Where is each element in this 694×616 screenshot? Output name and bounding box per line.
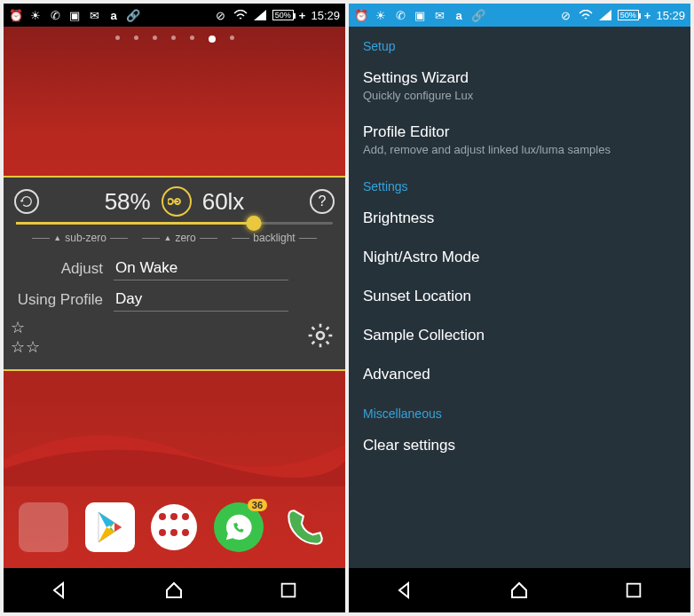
brightness-slider[interactable] [16,222,333,225]
link-toggle-icon[interactable] [162,186,192,217]
blocked-icon: ⊘ [559,8,573,22]
screenshot-icon: ▣ [413,8,427,22]
dock: 36 [4,494,345,561]
right-screenshot: ⏰ ☀ ✆ ▣ ✉ a 🔗 ⊘ 50% + 15:29 Setup Settin… [349,4,690,612]
stars-icon[interactable]: ☆☆ ☆ [11,318,38,357]
back-button[interactable] [48,578,73,603]
refresh-icon[interactable] [14,189,39,214]
pager-indicator[interactable] [4,27,345,51]
mail-icon: ✉ [432,8,446,22]
item-brightness[interactable]: Brightness [349,199,690,238]
phone-app-icon[interactable] [280,502,330,552]
google-folder[interactable] [19,502,68,552]
section-settings: Settings [349,167,690,199]
home-button[interactable] [507,578,532,603]
item-sunset-location[interactable]: Sunset Location [349,277,690,316]
item-night-astro[interactable]: Night/Astro Mode [349,238,690,277]
blocked-icon: ⊘ [214,8,228,22]
profile-label: Using Profile [14,291,103,309]
play-store-icon[interactable] [85,502,135,552]
item-clear-settings[interactable]: Clear settings [349,426,690,465]
lux-value: 60lx [202,188,245,216]
status-time: 15:29 [656,9,685,22]
lux-settings-screen[interactable]: Setup Settings Wizard Quickly configure … [349,27,690,568]
amazon-icon: a [106,8,121,22]
brightness-value: 58% [105,188,151,216]
item-sample-collection[interactable]: Sample Collection [349,316,690,355]
item-advanced[interactable]: Advanced [349,355,690,394]
signal-icon [598,8,612,22]
nav-bar [4,568,345,612]
app-drawer-icon[interactable] [151,504,197,550]
link-icon: 🔗 [471,8,485,22]
item-settings-wizard[interactable]: Settings Wizard Quickly configure Lux [349,59,690,113]
svg-rect-1 [281,584,295,597]
back-button[interactable] [393,578,418,603]
adjust-dropdown[interactable]: On Wake [114,257,288,280]
link-icon: 🔗 [126,8,140,22]
status-bar: ⏰ ☀ ✆ ▣ ✉ a 🔗 ⊘ 50% + 15:29 [4,4,345,27]
status-bar: ⏰ ☀ ✆ ▣ ✉ a 🔗 ⊘ 50% + 15:29 [349,4,690,27]
left-screenshot: ⏰ ☀ ✆ ▣ ✉ a 🔗 ⊘ 50% + 15:29 58% [4,4,345,612]
section-misc: Miscellaneous [349,394,690,426]
battery-charging-icon: + [299,9,306,22]
amazon-icon: a [452,8,466,22]
wifi-icon [233,8,248,22]
whatsapp-badge: 36 [248,499,267,511]
slider-labels: ▲sub-zero ▲zero backlight [16,232,333,244]
alarm-icon: ⏰ [9,8,23,22]
screenshot-icon: ▣ [67,8,82,22]
home-screen[interactable]: 58% 60lx ? ▲sub-zero ▲zero backlight [4,27,345,568]
profile-dropdown[interactable]: Day [114,288,288,312]
alarm-icon: ⏰ [354,8,368,22]
recent-button[interactable] [621,578,646,603]
svg-rect-2 [627,584,640,597]
brightness-icon: ☀ [28,8,43,22]
battery-charging-icon: + [644,9,651,22]
adjust-label: Adjust [14,260,103,278]
whatsapp-app-icon[interactable]: 36 [214,502,264,552]
battery-icon: 50% [272,10,294,20]
gear-icon[interactable] [306,321,335,353]
section-setup: Setup [349,27,690,59]
whatsapp-icon: ✆ [393,8,407,22]
wallpaper-wave [4,415,345,486]
signal-icon [253,8,267,22]
lux-widget: 58% 60lx ? ▲sub-zero ▲zero backlight [4,176,345,371]
brightness-icon: ☀ [374,8,388,22]
svg-point-0 [317,332,324,339]
mail-icon: ✉ [87,8,101,22]
status-time: 15:29 [311,9,340,22]
help-icon[interactable]: ? [310,189,335,214]
item-profile-editor[interactable]: Profile Editor Add, remove and adjust li… [349,113,690,167]
wifi-icon [579,8,593,22]
whatsapp-icon: ✆ [48,8,62,22]
recent-button[interactable] [276,578,301,603]
battery-icon: 50% [618,10,639,20]
home-button[interactable] [162,578,186,603]
nav-bar [349,568,690,612]
